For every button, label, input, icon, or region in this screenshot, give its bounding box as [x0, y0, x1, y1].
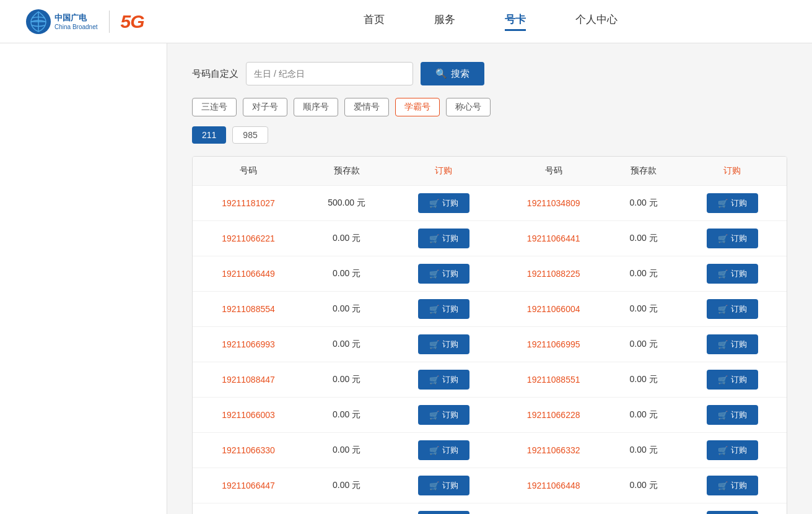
broadnet-text: 中国广电 China Broadnet: [55, 12, 98, 30]
price-left: 0.00 元: [304, 292, 389, 327]
table-row: 19211066993 0.00 元 🛒 订购 19211066995 0.00…: [193, 327, 787, 362]
cart-icon: 🛒: [429, 340, 439, 349]
phone-num-left: 19211066447: [193, 468, 304, 503]
cart-icon: 🛒: [429, 411, 439, 420]
order-btn-right[interactable]: 🛒 订购: [707, 440, 758, 460]
filter-scholar[interactable]: 学霸号: [395, 98, 440, 116]
order-btn-right[interactable]: 🛒 订购: [707, 334, 758, 354]
order-cell-right: 🛒 订购: [678, 468, 787, 503]
search-input[interactable]: [246, 62, 413, 85]
order-btn-right[interactable]: 🛒 订购: [707, 229, 758, 248]
order-cell-left: 🛒 订购: [389, 221, 497, 256]
sidebar: [0, 43, 167, 514]
table-row: 19211181027 500.00 元 🛒 订购 19211034809 0.…: [193, 186, 787, 221]
cart-icon: 🛒: [718, 446, 728, 455]
order-btn-left[interactable]: 🛒 订购: [418, 511, 469, 514]
phone-num-left: 19211088554: [193, 292, 304, 327]
order-cell-right: 🛒 订购: [678, 398, 787, 433]
order-label: 订购: [731, 445, 747, 456]
phone-num-right: 19211066004: [498, 292, 609, 327]
order-cell-left: 🛒 订购: [389, 362, 497, 398]
price-left: 0.00 元: [304, 468, 389, 503]
order-btn-left[interactable]: 🛒 订购: [418, 229, 469, 248]
table-row: 19211088223 0.00 元 🛒 订购 19211088446 0.00…: [193, 503, 787, 515]
phone-table: 号码 预存款 订购 号码 预存款 订购 19211181027 500.00 元…: [192, 156, 787, 514]
cart-icon: 🛒: [718, 305, 728, 314]
col-price2: 预存款: [609, 157, 678, 186]
order-btn-right[interactable]: 🛒 订购: [707, 511, 758, 514]
number-tags: 211 985: [192, 126, 787, 144]
order-label: 订购: [731, 339, 747, 350]
filter-sequence[interactable]: 顺序号: [294, 98, 338, 116]
5g-logo: 5G: [121, 11, 144, 32]
cart-icon: 🛒: [429, 305, 439, 314]
order-btn-right[interactable]: 🛒 订购: [707, 370, 758, 390]
table-row: 19211066449 0.00 元 🛒 订购 19211088225 0.00…: [193, 256, 787, 292]
cart-icon: 🛒: [718, 234, 728, 243]
order-cell-left: 🛒 订购: [389, 468, 497, 503]
order-label: 订购: [442, 409, 458, 420]
phone-num-right: 19211088446: [498, 503, 609, 515]
order-cell-left: 🛒 订购: [389, 292, 497, 327]
filter-love[interactable]: 爱情号: [344, 98, 389, 116]
order-cell-left: 🛒 订购: [389, 398, 497, 433]
order-btn-left[interactable]: 🛒 订购: [418, 370, 469, 390]
num-tag-985[interactable]: 985: [232, 126, 268, 144]
cart-icon: 🛒: [718, 411, 728, 420]
filter-pleasing[interactable]: 称心号: [446, 98, 491, 116]
order-label: 订购: [731, 480, 747, 491]
num-tag-211[interactable]: 211: [192, 126, 226, 144]
phone-num-right: 19211088551: [498, 362, 609, 398]
phone-num-right: 19211066448: [498, 468, 609, 503]
cart-icon: 🛒: [718, 375, 728, 385]
order-btn-left[interactable]: 🛒 订购: [418, 299, 469, 319]
china-broadnet-logo: 中国广电 China Broadnet: [25, 8, 98, 35]
order-btn-left[interactable]: 🛒 订购: [418, 476, 469, 495]
search-icon: 🔍: [435, 68, 447, 79]
broadnet-icon: [25, 8, 52, 35]
order-btn-left[interactable]: 🛒 订购: [418, 264, 469, 284]
table-row: 19211066221 0.00 元 🛒 订购 19211066441 0.00…: [193, 221, 787, 256]
price-right: 0.00 元: [609, 362, 678, 398]
cart-icon: 🛒: [429, 269, 439, 279]
cart-icon: 🛒: [429, 199, 439, 208]
search-btn-label: 搜索: [451, 68, 469, 80]
price-left: 0.00 元: [304, 256, 389, 292]
nav-personal[interactable]: 个人中心: [575, 12, 618, 31]
price-left: 0.00 元: [304, 433, 389, 468]
order-btn-right[interactable]: 🛒 订购: [707, 264, 758, 284]
col-num2: 号码: [498, 157, 609, 186]
cart-icon: 🛒: [718, 340, 728, 349]
order-btn-right[interactable]: 🛒 订购: [707, 299, 758, 319]
order-btn-left[interactable]: 🛒 订购: [418, 440, 469, 460]
order-label: 订购: [731, 374, 747, 385]
order-btn-left[interactable]: 🛒 订购: [418, 405, 469, 425]
filter-triple[interactable]: 三连号: [192, 98, 237, 116]
order-label: 订购: [442, 480, 458, 491]
order-btn-left[interactable]: 🛒 订购: [418, 334, 469, 354]
nav-service[interactable]: 服务: [434, 12, 455, 31]
logo-area: 中国广电 China Broadnet 5G: [25, 8, 144, 35]
phone-num-left: 19211088223: [193, 503, 304, 515]
order-btn-left[interactable]: 🛒 订购: [418, 193, 469, 213]
price-left: 0.00 元: [304, 221, 389, 256]
nav-home[interactable]: 首页: [364, 12, 385, 31]
col-price1: 预存款: [304, 157, 389, 186]
order-btn-right[interactable]: 🛒 订购: [707, 405, 758, 425]
phone-num-right: 19211088225: [498, 256, 609, 292]
order-label: 订购: [731, 233, 747, 244]
order-label: 订购: [442, 303, 458, 315]
table-row: 19211088554 0.00 元 🛒 订购 19211066004 0.00…: [193, 292, 787, 327]
order-label: 订购: [442, 445, 458, 456]
phone-num-right: 19211034809: [498, 186, 609, 221]
filter-row: 三连号 对子号 顺序号 爱情号 学霸号 称心号: [192, 98, 787, 116]
phone-num-left: 19211066003: [193, 398, 304, 433]
table-row: 19211066330 0.00 元 🛒 订购 19211066332 0.00…: [193, 433, 787, 468]
order-btn-right[interactable]: 🛒 订购: [707, 476, 758, 495]
phone-num-left: 19211066330: [193, 433, 304, 468]
cart-icon: 🛒: [718, 481, 728, 490]
search-button[interactable]: 🔍 搜索: [421, 62, 484, 85]
filter-pair[interactable]: 对子号: [243, 98, 287, 116]
nav-simcard[interactable]: 号卡: [505, 12, 526, 31]
order-btn-right[interactable]: 🛒 订购: [707, 193, 758, 213]
